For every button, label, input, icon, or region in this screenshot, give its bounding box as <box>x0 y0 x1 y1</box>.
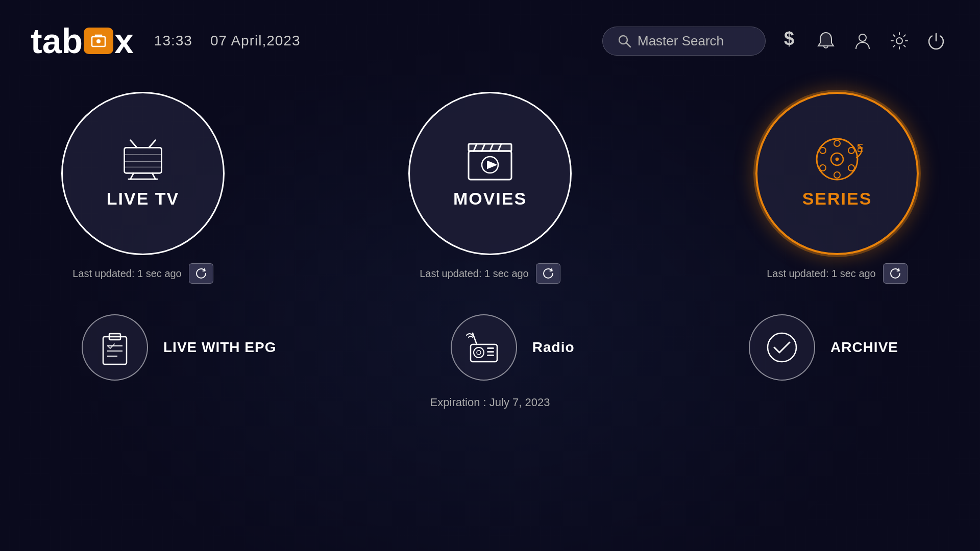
archive-label: ARCHIVE <box>830 339 898 356</box>
radio-item[interactable]: Radio <box>451 314 575 381</box>
live-epg-circle <box>82 314 148 381</box>
radio-circle <box>451 314 517 381</box>
power-button[interactable] <box>923 28 949 54</box>
main-content: LIVE TV Last updated: 1 sec ago <box>0 82 980 419</box>
user-icon <box>854 32 871 50</box>
svg-point-43 <box>477 350 481 355</box>
time: 13:33 <box>154 33 192 48</box>
svg-line-3 <box>627 43 631 47</box>
svg-point-6 <box>896 38 902 44</box>
movies-button[interactable]: MOVIES <box>408 92 572 255</box>
main-cards-row: LIVE TV Last updated: 1 sec ago <box>61 92 919 284</box>
live-tv-label: LIVE TV <box>107 189 179 209</box>
svg-line-41 <box>473 333 477 344</box>
series-label: SERIES <box>802 189 872 209</box>
radio-label: Radio <box>532 339 575 356</box>
svg-point-26 <box>836 158 839 161</box>
dollar-icon: $ <box>780 31 798 51</box>
svg-point-30 <box>848 165 854 171</box>
notifications-button[interactable] <box>813 28 839 54</box>
movies-footer: Last updated: 1 sec ago <box>420 263 560 284</box>
search-label: Master Search <box>638 33 724 49</box>
live-epg-label: LIVE WITH EPG <box>163 339 276 356</box>
svg-point-5 <box>859 34 866 41</box>
live-tv-icon <box>117 139 168 180</box>
epg-icon <box>97 330 133 365</box>
svg-point-27 <box>834 140 840 146</box>
refresh-icon <box>543 268 554 279</box>
svg-line-12 <box>149 140 156 147</box>
settings-icon <box>890 32 909 50</box>
archive-icon <box>764 330 800 365</box>
series-footer: Last updated: 1 sec ago <box>767 263 908 284</box>
series-updated: Last updated: 1 sec ago <box>767 268 876 280</box>
film-reel-icon <box>812 136 863 182</box>
series-card-item: SERIES Last updated: 1 sec ago <box>755 92 919 284</box>
svg-text:$: $ <box>784 31 794 49</box>
archive-item[interactable]: ARCHIVE <box>749 314 898 381</box>
radio-icon <box>465 330 502 365</box>
clapperboard-icon <box>464 137 516 182</box>
svg-point-42 <box>474 347 484 358</box>
svg-line-8 <box>130 173 133 179</box>
archive-circle <box>749 314 815 381</box>
movies-updated: Last updated: 1 sec ago <box>420 268 529 280</box>
header-actions: Master Search $ <box>602 27 949 56</box>
svg-point-2 <box>619 36 627 44</box>
svg-rect-36 <box>109 334 120 340</box>
svg-point-31 <box>820 165 826 171</box>
svg-rect-45 <box>487 351 494 353</box>
svg-rect-46 <box>487 355 494 356</box>
power-icon <box>927 32 945 50</box>
svg-point-32 <box>848 147 854 154</box>
bell-icon <box>817 32 835 50</box>
svg-marker-23 <box>487 161 496 168</box>
movies-refresh[interactable] <box>536 263 560 284</box>
svg-rect-44 <box>487 347 494 349</box>
box-icon <box>90 34 107 48</box>
svg-point-1 <box>96 39 101 43</box>
movies-icon <box>464 139 516 180</box>
settings-button[interactable] <box>886 28 913 54</box>
series-button[interactable]: SERIES <box>755 92 919 255</box>
tv-icon <box>117 136 168 182</box>
search-icon <box>617 34 631 48</box>
live-tv-footer: Last updated: 1 sec ago <box>72 263 213 284</box>
live-tv-card-item: LIVE TV Last updated: 1 sec ago <box>61 92 225 284</box>
logo[interactable]: tab x <box>31 21 134 61</box>
date: 07 April,2023 <box>210 33 300 48</box>
profile-button[interactable] <box>849 28 876 54</box>
series-refresh[interactable] <box>883 263 908 284</box>
live-tv-button[interactable]: LIVE TV <box>61 92 225 255</box>
svg-point-29 <box>820 147 826 154</box>
svg-point-47 <box>768 333 796 362</box>
svg-line-11 <box>130 140 137 147</box>
live-tv-updated: Last updated: 1 sec ago <box>72 268 182 280</box>
header: tab x 13:33 07 April,2023 <box>0 0 980 82</box>
dollar-icon-button[interactable]: $ <box>776 28 802 54</box>
movies-label: MOVIES <box>453 189 527 209</box>
svg-rect-7 <box>125 147 162 173</box>
datetime: 13:33 07 April,2023 <box>154 33 301 49</box>
expiration-label: Expiration : July 7, 2023 <box>430 396 550 409</box>
refresh-icon <box>890 268 901 279</box>
small-items-row: LIVE WITH EPG <box>61 314 919 381</box>
svg-line-9 <box>152 173 155 179</box>
live-tv-refresh[interactable] <box>189 263 213 284</box>
series-icon <box>812 139 863 180</box>
refresh-icon <box>195 268 207 279</box>
movies-card-item: MOVIES Last updated: 1 sec ago <box>408 92 572 284</box>
live-epg-item[interactable]: LIVE WITH EPG <box>82 314 276 381</box>
search-bar[interactable]: Master Search <box>602 27 766 56</box>
expiration-text: Expiration : July 7, 2023 <box>61 396 919 409</box>
svg-point-28 <box>834 172 840 178</box>
